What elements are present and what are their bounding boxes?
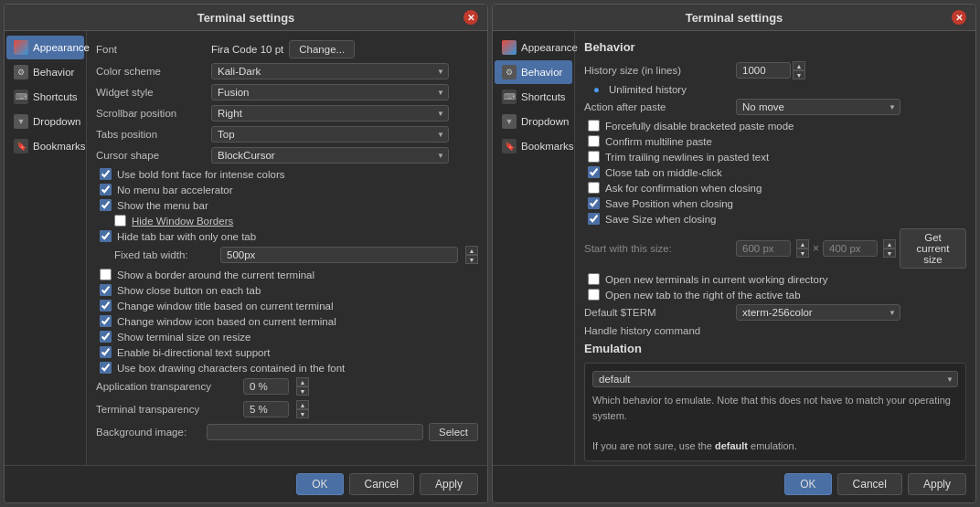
checkbox-trim-trailing-label: Trim trailing newlines in pasted text bbox=[605, 152, 769, 163]
left-close-button[interactable]: ✕ bbox=[463, 10, 478, 25]
sidebar-item-behavior-right[interactable]: ⚙ Behavior bbox=[495, 60, 572, 84]
fixed-tab-width-input[interactable] bbox=[220, 247, 458, 263]
behavior-icon-left: ⚙ bbox=[14, 65, 28, 79]
left-dialog-footer: OK Cancel Apply bbox=[5, 465, 487, 502]
sidebar-item-appearance-left[interactable]: Appearance bbox=[6, 36, 84, 59]
emulation-default-bold: default bbox=[715, 440, 748, 451]
checkbox-no-menu-accel-label: No menu bar accelerator bbox=[117, 185, 233, 195]
unlimited-history-label: Unlimited history bbox=[609, 84, 687, 95]
right-cancel-button[interactable]: Cancel bbox=[837, 473, 902, 495]
color-scheme-label: Color scheme bbox=[96, 66, 206, 77]
cursor-shape-label: Cursor shape bbox=[96, 150, 206, 161]
history-size-spin-down[interactable]: ▼ bbox=[793, 70, 805, 79]
checkbox-bold-font-input[interactable] bbox=[100, 168, 112, 180]
start-size-width-input[interactable] bbox=[736, 240, 791, 257]
action-after-paste-select[interactable]: No move bbox=[736, 99, 900, 115]
checkbox-trim-trailing: Trim trailing newlines in pasted text bbox=[584, 151, 966, 163]
dropdown-icon-right: ▼ bbox=[502, 114, 517, 129]
checkbox-trim-trailing-input[interactable] bbox=[588, 151, 600, 163]
checkbox-show-menu-bar-input[interactable] bbox=[100, 199, 112, 211]
checkbox-hide-tab-bar: Hide tab bar with only one tab bbox=[96, 230, 478, 242]
change-font-button[interactable]: Change... bbox=[289, 40, 355, 58]
checkbox-confirm-multiline-input[interactable] bbox=[588, 135, 600, 147]
checkbox-change-icon-input[interactable] bbox=[100, 315, 112, 327]
right-dialog: Terminal settings ✕ Appearance ⚙ Behavio… bbox=[492, 4, 976, 503]
start-size-width-spinners: ▲ ▼ bbox=[796, 239, 809, 258]
bg-image-input[interactable] bbox=[207, 424, 423, 440]
color-scheme-select[interactable]: Kali-Dark bbox=[211, 63, 449, 79]
sidebar-item-behavior-left[interactable]: ⚙ Behavior bbox=[6, 60, 84, 84]
sidebar-item-dropdown-left[interactable]: ▼ Dropdown bbox=[6, 110, 84, 133]
checkbox-hide-tab-bar-input[interactable] bbox=[100, 230, 112, 242]
left-dialog-title: Terminal settings bbox=[28, 11, 463, 25]
tabs-position-select-wrapper: Top bbox=[211, 126, 449, 143]
cursor-shape-select[interactable]: BlockCursor bbox=[211, 147, 449, 164]
history-size-input[interactable] bbox=[736, 62, 791, 79]
widget-style-select[interactable]: Fusion bbox=[211, 84, 449, 100]
right-close-button[interactable]: ✕ bbox=[952, 10, 966, 25]
checkbox-disable-bracketed-input[interactable] bbox=[588, 120, 600, 132]
checkbox-confirm-multiline-label: Confirm multiline paste bbox=[605, 136, 712, 147]
tabs-position-select[interactable]: Top bbox=[211, 126, 449, 143]
checkbox-change-title-input[interactable] bbox=[100, 300, 112, 312]
checkbox-show-terminal-size-input[interactable] bbox=[100, 331, 112, 343]
sidebar-label-appearance-right: Appearance bbox=[521, 42, 578, 53]
checkbox-box-drawing-input[interactable] bbox=[100, 362, 112, 374]
select-bg-image-button[interactable]: Select bbox=[429, 423, 478, 441]
history-size-spin-up[interactable]: ▲ bbox=[793, 61, 805, 70]
terminal-transparency-spin-up[interactable]: ▲ bbox=[296, 400, 309, 409]
emulation-select[interactable]: default bbox=[592, 371, 958, 387]
app-transparency-spin-down[interactable]: ▼ bbox=[296, 386, 309, 396]
checkbox-open-new-terminals-input[interactable] bbox=[588, 273, 600, 285]
sidebar-item-shortcuts-right[interactable]: ⌨ Shortcuts bbox=[495, 85, 572, 109]
action-after-paste-row: Action after paste No move bbox=[584, 99, 966, 115]
sidebar-item-shortcuts-left[interactable]: ⌨ Shortcuts bbox=[6, 85, 84, 109]
terminal-transparency-spin-down[interactable]: ▼ bbox=[296, 409, 309, 418]
handle-history-label: Handle history command bbox=[584, 325, 730, 336]
checkbox-close-middle-click-input[interactable] bbox=[588, 166, 600, 178]
sidebar-item-appearance-right[interactable]: Appearance bbox=[495, 36, 572, 59]
start-size-width-spin-down[interactable]: ▼ bbox=[796, 248, 809, 258]
scrollbar-position-select[interactable]: Right bbox=[211, 105, 449, 121]
checkbox-show-menu-bar: Show the menu bar bbox=[96, 199, 478, 211]
fixed-tab-spin-down[interactable]: ▼ bbox=[465, 255, 478, 264]
sidebar-item-dropdown-right[interactable]: ▼ Dropdown bbox=[495, 110, 572, 133]
checkbox-open-new-tab-input[interactable] bbox=[588, 289, 600, 301]
default-sterm-select[interactable]: xterm-256color bbox=[736, 304, 900, 321]
app-transparency-spin-up[interactable]: ▲ bbox=[296, 377, 309, 386]
checkbox-ask-confirm-input[interactable] bbox=[588, 182, 600, 194]
widget-style-row: Widget style Fusion bbox=[96, 84, 478, 100]
checkbox-no-menu-accel-input[interactable] bbox=[100, 184, 112, 195]
start-size-width-spin-up[interactable]: ▲ bbox=[796, 239, 809, 248]
checkbox-border-current-input[interactable] bbox=[100, 269, 112, 280]
start-size-height-spin-up[interactable]: ▲ bbox=[883, 239, 896, 248]
sidebar-item-bookmarks-left[interactable]: 🔖 Bookmarks bbox=[6, 134, 84, 158]
checkbox-confirm-multiline: Confirm multiline paste bbox=[584, 135, 966, 147]
start-size-height-input[interactable] bbox=[823, 240, 878, 257]
left-ok-button[interactable]: OK bbox=[296, 473, 343, 495]
scrollbar-position-select-wrapper: Right bbox=[211, 105, 449, 121]
default-sterm-select-wrapper: xterm-256color bbox=[736, 304, 900, 321]
bookmarks-icon-right: 🔖 bbox=[502, 139, 517, 153]
right-dialog-title: Terminal settings bbox=[517, 11, 952, 25]
right-apply-button[interactable]: Apply bbox=[908, 473, 966, 495]
fixed-tab-spin-up[interactable]: ▲ bbox=[465, 246, 478, 255]
left-cancel-button[interactable]: Cancel bbox=[349, 473, 414, 495]
left-apply-button[interactable]: Apply bbox=[420, 473, 478, 495]
emulation-title: Emulation bbox=[584, 342, 966, 355]
checkbox-hide-window-borders: Hide Window Borders bbox=[96, 215, 478, 227]
checkbox-hide-window-borders-input[interactable] bbox=[114, 215, 126, 227]
checkbox-save-position-input[interactable] bbox=[588, 197, 600, 209]
start-size-height-spin-down[interactable]: ▼ bbox=[883, 248, 896, 258]
checkbox-show-terminal-size: Show terminal size on resize bbox=[96, 331, 478, 343]
checkbox-save-size-input[interactable] bbox=[588, 213, 600, 225]
appearance-icon-left bbox=[14, 40, 28, 55]
app-transparency-input[interactable] bbox=[243, 378, 289, 395]
get-current-size-button[interactable]: Get current size bbox=[900, 228, 966, 269]
sidebar-item-bookmarks-right[interactable]: 🔖 Bookmarks bbox=[495, 134, 572, 158]
right-ok-button[interactable]: OK bbox=[784, 473, 831, 495]
left-dialog: Terminal settings ✕ Appearance ⚙ Behavio… bbox=[4, 4, 488, 503]
checkbox-show-close-btn-input[interactable] bbox=[100, 284, 112, 296]
terminal-transparency-input[interactable] bbox=[243, 401, 289, 417]
checkbox-bidi-input[interactable] bbox=[100, 346, 112, 358]
